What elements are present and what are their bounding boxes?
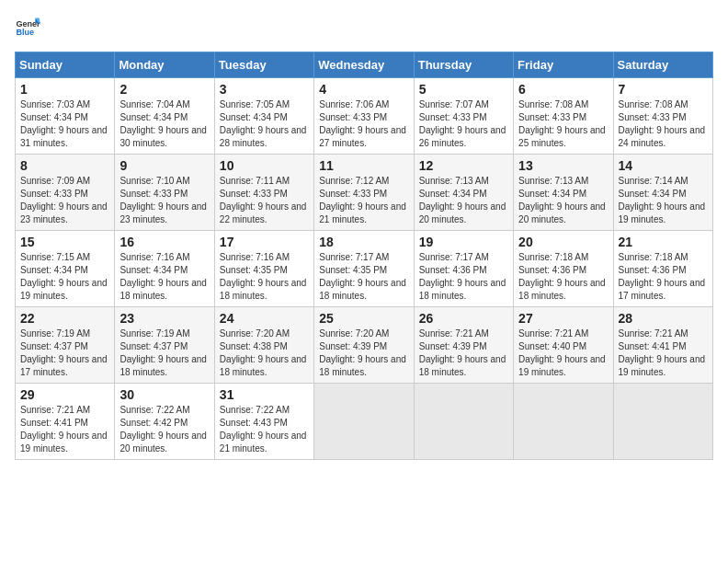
- day-info: Sunrise: 7:08 AMSunset: 4:33 PMDaylight:…: [518, 99, 606, 148]
- day-number: 11: [319, 158, 408, 173]
- day-number: 16: [119, 235, 209, 249]
- weekday-header-friday: Friday: [514, 52, 613, 78]
- day-info: Sunrise: 7:17 AMSunset: 4:36 PMDaylight:…: [419, 252, 506, 301]
- calendar-week-row: 1 Sunrise: 7:03 AMSunset: 4:34 PMDayligh…: [16, 78, 713, 155]
- day-number: 6: [518, 82, 608, 97]
- day-info: Sunrise: 7:12 AMSunset: 4:33 PMDaylight:…: [319, 176, 406, 224]
- day-info: Sunrise: 7:13 AMSunset: 4:34 PMDaylight:…: [419, 176, 506, 224]
- weekday-header-monday: Monday: [115, 52, 214, 78]
- day-info: Sunrise: 7:19 AMSunset: 4:37 PMDaylight:…: [20, 328, 108, 377]
- logo-icon: General Blue: [15, 15, 40, 40]
- calendar-cell: 9 Sunrise: 7:10 AMSunset: 4:33 PMDayligh…: [115, 155, 214, 231]
- calendar-cell: 11 Sunrise: 7:12 AMSunset: 4:33 PMDaylig…: [314, 155, 414, 231]
- calendar-cell: 27 Sunrise: 7:21 AMSunset: 4:40 PMDaylig…: [514, 307, 613, 384]
- day-info: Sunrise: 7:09 AMSunset: 4:33 PMDaylight:…: [20, 176, 108, 224]
- day-number: 2: [119, 82, 209, 97]
- day-number: 22: [20, 311, 109, 326]
- calendar-cell: 21 Sunrise: 7:18 AMSunset: 4:36 PMDaylig…: [613, 231, 712, 307]
- day-info: Sunrise: 7:18 AMSunset: 4:36 PMDaylight:…: [518, 252, 606, 301]
- day-info: Sunrise: 7:08 AMSunset: 4:33 PMDaylight:…: [619, 99, 706, 148]
- calendar-week-row: 15 Sunrise: 7:15 AMSunset: 4:34 PMDaylig…: [16, 231, 713, 307]
- day-number: 13: [518, 158, 608, 173]
- day-info: Sunrise: 7:21 AMSunset: 4:40 PMDaylight:…: [518, 328, 606, 377]
- day-number: 15: [20, 235, 109, 249]
- calendar-cell: 30 Sunrise: 7:22 AMSunset: 4:42 PMDaylig…: [115, 384, 214, 460]
- calendar-body: 1 Sunrise: 7:03 AMSunset: 4:34 PMDayligh…: [16, 78, 713, 460]
- weekday-header-thursday: Thursday: [414, 52, 513, 78]
- day-number: 12: [419, 158, 508, 173]
- calendar-cell: 28 Sunrise: 7:21 AMSunset: 4:41 PMDaylig…: [613, 307, 712, 384]
- day-info: Sunrise: 7:21 AMSunset: 4:41 PMDaylight:…: [619, 328, 706, 377]
- day-number: 25: [319, 311, 408, 326]
- day-number: 14: [619, 158, 708, 173]
- day-number: 20: [518, 235, 608, 249]
- day-number: 29: [20, 387, 109, 402]
- calendar-cell: 22 Sunrise: 7:19 AMSunset: 4:37 PMDaylig…: [16, 307, 115, 384]
- weekday-header-row: SundayMondayTuesdayWednesdayThursdayFrid…: [16, 52, 713, 78]
- calendar-cell: [613, 384, 712, 460]
- svg-text:Blue: Blue: [16, 28, 34, 37]
- weekday-header-tuesday: Tuesday: [214, 52, 313, 78]
- header: General Blue: [15, 15, 713, 40]
- calendar-cell: 29 Sunrise: 7:21 AMSunset: 4:41 PMDaylig…: [16, 384, 115, 460]
- day-info: Sunrise: 7:06 AMSunset: 4:33 PMDaylight:…: [319, 99, 406, 148]
- day-info: Sunrise: 7:04 AMSunset: 4:34 PMDaylight:…: [119, 99, 207, 148]
- calendar-cell: 6 Sunrise: 7:08 AMSunset: 4:33 PMDayligh…: [514, 78, 613, 155]
- calendar-week-row: 8 Sunrise: 7:09 AMSunset: 4:33 PMDayligh…: [16, 155, 713, 231]
- day-number: 19: [419, 235, 508, 249]
- calendar-cell: [314, 384, 414, 460]
- day-info: Sunrise: 7:22 AMSunset: 4:43 PMDaylight:…: [220, 405, 307, 454]
- calendar-cell: 10 Sunrise: 7:11 AMSunset: 4:33 PMDaylig…: [214, 155, 313, 231]
- calendar-cell: 25 Sunrise: 7:20 AMSunset: 4:39 PMDaylig…: [314, 307, 414, 384]
- day-info: Sunrise: 7:21 AMSunset: 4:41 PMDaylight:…: [20, 405, 108, 454]
- day-info: Sunrise: 7:19 AMSunset: 4:37 PMDaylight:…: [119, 328, 207, 377]
- day-number: 30: [119, 387, 209, 402]
- day-number: 28: [619, 311, 708, 326]
- calendar-week-row: 22 Sunrise: 7:19 AMSunset: 4:37 PMDaylig…: [16, 307, 713, 384]
- day-info: Sunrise: 7:16 AMSunset: 4:35 PMDaylight:…: [220, 252, 307, 301]
- day-number: 17: [220, 235, 309, 249]
- day-number: 27: [518, 311, 608, 326]
- calendar-table: SundayMondayTuesdayWednesdayThursdayFrid…: [15, 52, 713, 460]
- day-number: 24: [220, 311, 309, 326]
- calendar-cell: 7 Sunrise: 7:08 AMSunset: 4:33 PMDayligh…: [613, 78, 712, 155]
- day-number: 8: [20, 158, 109, 173]
- day-number: 7: [619, 82, 708, 97]
- calendar-cell: 12 Sunrise: 7:13 AMSunset: 4:34 PMDaylig…: [414, 155, 513, 231]
- calendar-cell: 18 Sunrise: 7:17 AMSunset: 4:35 PMDaylig…: [314, 231, 414, 307]
- day-info: Sunrise: 7:16 AMSunset: 4:34 PMDaylight:…: [119, 252, 207, 301]
- day-info: Sunrise: 7:21 AMSunset: 4:39 PMDaylight:…: [419, 328, 506, 377]
- day-info: Sunrise: 7:14 AMSunset: 4:34 PMDaylight:…: [619, 176, 706, 224]
- day-info: Sunrise: 7:22 AMSunset: 4:42 PMDaylight:…: [119, 405, 207, 454]
- calendar-cell: 26 Sunrise: 7:21 AMSunset: 4:39 PMDaylig…: [414, 307, 513, 384]
- calendar-cell: 3 Sunrise: 7:05 AMSunset: 4:34 PMDayligh…: [214, 78, 313, 155]
- day-info: Sunrise: 7:17 AMSunset: 4:35 PMDaylight:…: [319, 252, 406, 301]
- calendar-cell: 2 Sunrise: 7:04 AMSunset: 4:34 PMDayligh…: [115, 78, 214, 155]
- calendar-cell: 15 Sunrise: 7:15 AMSunset: 4:34 PMDaylig…: [16, 231, 115, 307]
- calendar-cell: 5 Sunrise: 7:07 AMSunset: 4:33 PMDayligh…: [414, 78, 513, 155]
- weekday-header-wednesday: Wednesday: [314, 52, 414, 78]
- calendar-cell: 17 Sunrise: 7:16 AMSunset: 4:35 PMDaylig…: [214, 231, 313, 307]
- weekday-header-saturday: Saturday: [613, 52, 712, 78]
- calendar-cell: 20 Sunrise: 7:18 AMSunset: 4:36 PMDaylig…: [514, 231, 613, 307]
- day-number: 10: [220, 158, 309, 173]
- calendar-cell: 4 Sunrise: 7:06 AMSunset: 4:33 PMDayligh…: [314, 78, 414, 155]
- day-info: Sunrise: 7:07 AMSunset: 4:33 PMDaylight:…: [419, 99, 506, 148]
- calendar-cell: 14 Sunrise: 7:14 AMSunset: 4:34 PMDaylig…: [613, 155, 712, 231]
- day-info: Sunrise: 7:15 AMSunset: 4:34 PMDaylight:…: [20, 252, 108, 301]
- day-number: 18: [319, 235, 408, 249]
- logo: General Blue: [15, 15, 40, 40]
- calendar-cell: 1 Sunrise: 7:03 AMSunset: 4:34 PMDayligh…: [16, 78, 115, 155]
- calendar-week-row: 29 Sunrise: 7:21 AMSunset: 4:41 PMDaylig…: [16, 384, 713, 460]
- day-info: Sunrise: 7:03 AMSunset: 4:34 PMDaylight:…: [20, 99, 108, 148]
- calendar-cell: 24 Sunrise: 7:20 AMSunset: 4:38 PMDaylig…: [214, 307, 313, 384]
- calendar-cell: 16 Sunrise: 7:16 AMSunset: 4:34 PMDaylig…: [115, 231, 214, 307]
- day-number: 31: [220, 387, 309, 402]
- calendar-cell: [514, 384, 613, 460]
- day-number: 1: [20, 82, 109, 97]
- calendar-cell: 31 Sunrise: 7:22 AMSunset: 4:43 PMDaylig…: [214, 384, 313, 460]
- day-number: 9: [119, 158, 209, 173]
- day-number: 5: [419, 82, 508, 97]
- day-number: 4: [319, 82, 408, 97]
- day-info: Sunrise: 7:18 AMSunset: 4:36 PMDaylight:…: [619, 252, 706, 301]
